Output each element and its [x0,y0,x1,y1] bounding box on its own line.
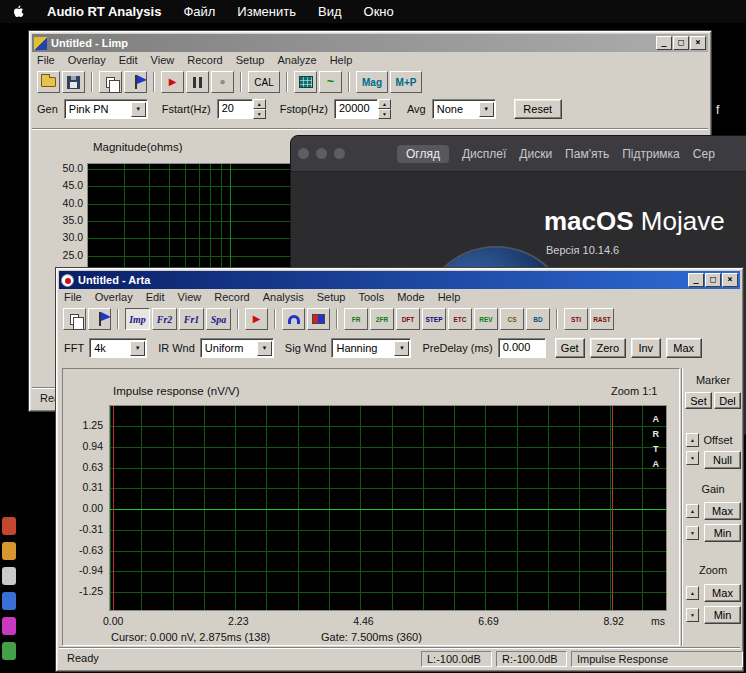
zero-button[interactable]: Zero [590,338,626,358]
offset-down-button[interactable]: ▼ [686,451,699,465]
arta-menu-item[interactable]: Tools [358,291,384,303]
traffic-light-zoom-button[interactable] [334,148,345,159]
arta-menu-item[interactable]: Record [214,291,249,303]
get-button[interactable]: Get [555,338,585,358]
analysis-button[interactable]: REV [474,308,498,330]
limp-menu-item[interactable]: View [151,54,175,66]
dock-icon[interactable] [2,642,16,660]
sti-button[interactable]: STI [564,308,588,330]
apple-logo-icon[interactable] [12,4,25,19]
arta-menu-item[interactable]: Setup [317,291,346,303]
mag-phase-button[interactable]: M+P [390,71,422,93]
spectrum-view-button[interactable] [294,71,317,93]
signal-generator-button[interactable] [282,308,305,330]
open-file-button[interactable] [37,71,60,93]
fft-select[interactable]: 4k ▼ [89,338,147,358]
analysis-button[interactable]: 2FR [370,308,394,330]
limp-menu-item[interactable]: Overlay [68,54,106,66]
dock-icon[interactable] [2,567,16,585]
arta-menu-item[interactable]: Analysis [263,291,304,303]
copy-button[interactable] [63,308,86,330]
fstop-value[interactable]: 20000 [334,99,378,119]
fstart-stepper[interactable]: 20 ▲▼ [217,99,266,119]
limp-menu-item[interactable]: Record [187,54,222,66]
arta-menu-item[interactable]: Mode [397,291,425,303]
dock-icon[interactable] [2,542,16,560]
dock-icon[interactable] [2,592,16,610]
arta-menu-item[interactable]: Edit [146,291,165,303]
save-button[interactable] [62,71,85,93]
sti-button[interactable]: RAST [590,308,614,330]
maximize-button[interactable]: □ [673,36,689,50]
chevron-down-icon[interactable]: ▼ [257,341,272,356]
dock-icon[interactable] [2,617,16,635]
mag-button[interactable]: Mag [356,71,388,93]
arta-menu-item[interactable]: File [64,291,82,303]
mojave-tab[interactable]: Сер [693,147,715,161]
zoom-down-button[interactable]: ▼ [686,608,699,622]
analysis-button[interactable]: FR [344,308,368,330]
close-button[interactable]: × [722,273,738,287]
limp-menu-item[interactable]: Analyze [277,54,316,66]
spin-up-icon[interactable]: ▲ [378,99,391,109]
dock-icon[interactable] [2,517,16,535]
cal-button[interactable]: CAL [248,71,280,93]
offset-null-button[interactable]: Null [704,451,741,469]
impulse-plot[interactable]: A R T A [109,405,667,611]
mojave-tab[interactable]: Дисплеї [462,147,506,161]
pause-button[interactable] [186,71,209,93]
arta-menu-item[interactable]: Help [438,291,461,303]
zoom-max-button[interactable]: Max [704,584,741,602]
mojave-tab[interactable]: Диски [519,147,552,161]
limp-titlebar[interactable]: Untitled - Limp _ □ × [32,34,708,52]
copy-button[interactable] [99,71,122,93]
traffic-light-minimize-button[interactable] [316,148,327,159]
mode-button[interactable]: Fr1 [179,308,204,330]
record-play-button[interactable]: ▶ [245,308,268,330]
sig-window-select[interactable]: Hanning ▼ [331,338,411,358]
ir-window-select[interactable]: Uniform ▼ [200,338,274,358]
overlay-flag-button[interactable] [124,71,147,93]
arta-menu-item[interactable]: View [178,291,202,303]
overlay-flag-button[interactable] [88,308,111,330]
traffic-light-close-button[interactable] [298,148,309,159]
spin-up-icon[interactable]: ▲ [253,99,266,109]
analysis-button[interactable]: BD [526,308,550,330]
marker-del-button[interactable]: Del [714,392,741,409]
signal-view-button[interactable]: ~ [319,71,342,93]
gain-up-button[interactable]: ▲ [686,504,699,518]
predelay-input[interactable]: 0.000 [498,338,546,358]
inv-button[interactable]: Inv [631,338,661,358]
minimize-button[interactable]: _ [688,273,704,287]
menubar-menu-item[interactable]: Изменить [237,4,296,19]
reset-button[interactable]: Reset [514,99,562,119]
analysis-button[interactable]: DFT [396,308,420,330]
mojave-tab[interactable]: Підтримка [622,147,680,161]
limp-menu-item[interactable]: Setup [236,54,265,66]
menubar-menu-item[interactable]: Вид [318,4,342,19]
zoom-up-button[interactable]: ▲ [686,586,699,600]
signal-record-button[interactable] [307,308,330,330]
limp-menu-item[interactable]: Help [330,54,353,66]
chevron-down-icon[interactable]: ▼ [131,102,146,117]
gain-max-button[interactable]: Max [704,502,741,520]
chevron-down-icon[interactable]: ▼ [479,102,494,117]
menubar-menu-item[interactable]: Окно [364,4,394,19]
chevron-down-icon[interactable]: ▼ [130,341,145,356]
stop-button[interactable]: ● [211,71,234,93]
record-play-button[interactable]: ▶ [161,71,184,93]
menubar-app-name[interactable]: Audio RT Analysis [47,4,161,19]
maximize-button[interactable]: □ [705,273,721,287]
menubar-menu-item[interactable]: Файл [183,4,215,19]
close-button[interactable]: × [690,36,706,50]
limp-menu-item[interactable]: File [37,54,55,66]
mode-button[interactable]: Imp [125,308,150,330]
spin-down-icon[interactable]: ▼ [378,109,391,119]
max-button[interactable]: Max [666,338,702,358]
fstart-value[interactable]: 20 [217,99,253,119]
fstop-stepper[interactable]: 20000 ▲▼ [334,99,391,119]
mojave-tab[interactable]: Огляд [397,145,449,163]
mojave-tab[interactable]: Пам'ять [565,147,609,161]
limp-menu-item[interactable]: Edit [119,54,138,66]
mode-button[interactable]: Spa [206,308,231,330]
